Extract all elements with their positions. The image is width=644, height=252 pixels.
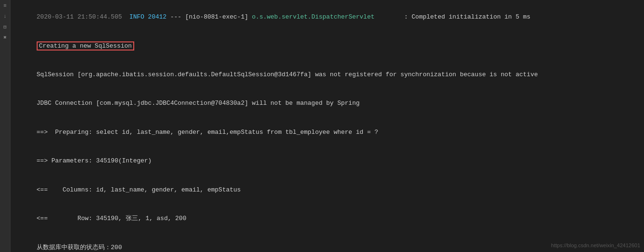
log-text-9: 从数据库中获取的状态码：200 (37, 244, 122, 251)
log-line-9: 从数据库中获取的状态码：200 (14, 233, 640, 251)
log-text-1: --- [nio-8081-exec-1] (167, 13, 252, 20)
class-tag-1: o.s.web.servlet.DispatcherServlet (252, 13, 374, 20)
log-line-5: ==> Preparing: select id, last_name, gen… (14, 118, 640, 147)
timestamp-1: 2020-03-11 21:50:44.505 (37, 13, 129, 20)
log-text-5: ==> Preparing: select id, last_name, gen… (37, 129, 378, 136)
collapse-icon[interactable]: ⊟ (1, 23, 9, 30)
log-line-6: ==> Parameters: 345190(Integer) (14, 147, 640, 175)
log-text-8: <== Row: 345190, 张三, 1, asd, 200 (37, 215, 187, 222)
log-line-7: <== Columns: id, last_name, gender, emai… (14, 176, 640, 204)
log-line-8: <== Row: 345190, 张三, 1, asd, 200 (14, 204, 640, 233)
menu-icon[interactable]: ≡ (1, 2, 9, 10)
log-text-4: JDBC Connection [com.mysql.jdbc.JDBC4Con… (37, 100, 360, 107)
console-window: ≡ ↓ ⊟ ✖ 2020-03-11 21:50:44.505 INFO 204… (0, 0, 644, 252)
scroll-down-icon[interactable]: ↓ (1, 12, 9, 20)
creating-session-box-1: Creating a new SqlSession (37, 41, 134, 50)
log-msg-1: : Completed initialization in 5 ms (375, 13, 531, 20)
log-line-1: 2020-03-11 21:50:44.505 INFO 20412 --- [… (14, 3, 640, 31)
log-area: 2020-03-11 21:50:44.505 INFO 20412 --- [… (10, 1, 644, 251)
log-text-6: ==> Parameters: 345190(Integer) (37, 157, 152, 164)
info-tag-1: INFO 20412 (129, 13, 167, 20)
watermark: https://blog.csdn.net/weixin_42412601 (551, 242, 640, 248)
log-text-7: <== Columns: id, last_name, gender, emai… (37, 186, 241, 193)
console-sidebar: ≡ ↓ ⊟ ✖ (0, 0, 10, 252)
log-line-4: JDBC Connection [com.mysql.jdbc.JDBC4Con… (14, 89, 640, 118)
log-line-2: Creating a new SqlSession (14, 31, 640, 60)
log-line-3: SqlSession [org.apache.ibatis.session.de… (14, 60, 640, 89)
close-icon[interactable]: ✖ (1, 33, 9, 41)
log-text-3: SqlSession [org.apache.ibatis.session.de… (37, 71, 538, 78)
